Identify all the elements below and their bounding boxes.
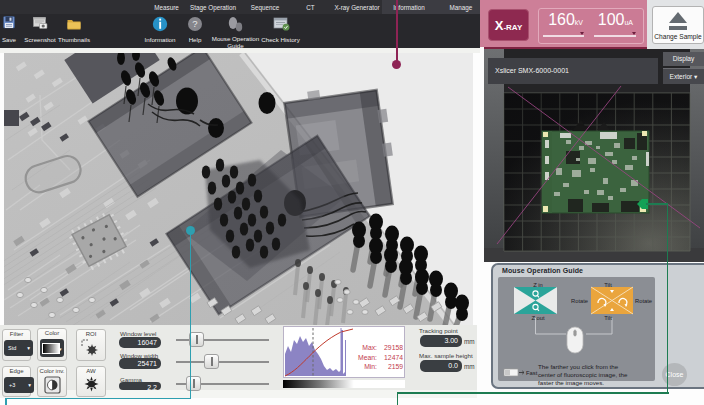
svg-text:?: ? [192, 18, 197, 29]
